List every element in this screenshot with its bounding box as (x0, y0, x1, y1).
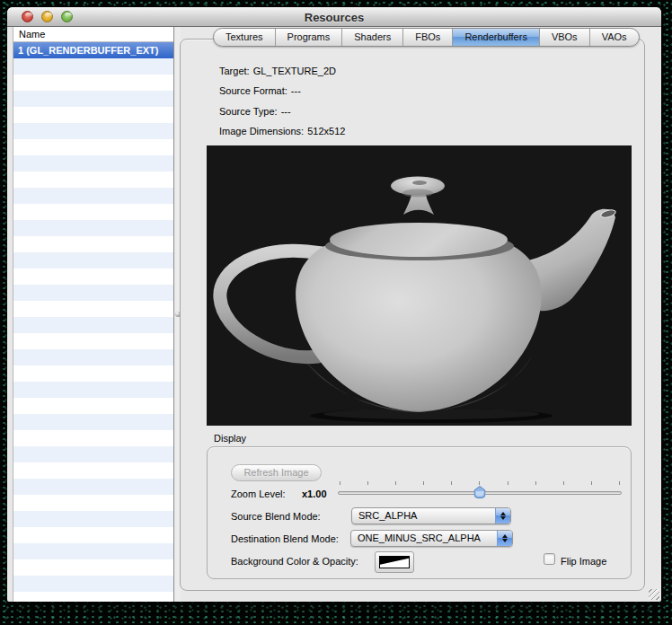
info-source-type: Source Type:--- (219, 106, 291, 117)
tab-programs[interactable]: Programs (275, 29, 342, 46)
info-target: Target:GL_TEXTURE_2D (219, 66, 336, 76)
resource-list-pane: Name 1 (GL_RENDERBUFFER_EXT) (13, 27, 174, 602)
info-image-dimensions: Image Dimensions:512x512 (219, 126, 345, 136)
slider-thumb[interactable] (474, 486, 486, 502)
refresh-image-button[interactable]: Refresh Image (231, 464, 322, 481)
list-item-renderbuffer[interactable]: 1 (GL_RENDERBUFFER_EXT) (13, 42, 173, 58)
info-source-format: Source Format:--- (219, 85, 301, 96)
zoom-slider[interactable] (338, 480, 622, 502)
tab-shaders[interactable]: Shaders (341, 29, 402, 46)
tab-renderbuffers[interactable]: Renderbuffers (452, 29, 539, 46)
flip-image-checkbox[interactable] (544, 553, 555, 565)
source-blend-popup[interactable]: SRC_ALPHA (351, 507, 511, 524)
flip-image-label[interactable]: Flip Image (561, 556, 606, 567)
tab-vbos[interactable]: VBOs (539, 29, 589, 46)
teapot-body (296, 238, 542, 412)
desktop: { "window": { "title": "Resources" }, "s… (0, 0, 672, 625)
destination-blend-label: Destination Blend Mode: (231, 533, 339, 544)
slider-ticks (340, 481, 620, 485)
display-group-label: Display (214, 433, 246, 444)
background-color-well[interactable] (375, 551, 414, 573)
tab-bar: Textures Programs Shaders FBOs Renderbuf… (213, 28, 640, 47)
popup-arrows-icon (495, 508, 510, 524)
window-title: Resources (7, 11, 661, 24)
tab-textures[interactable]: Textures (214, 29, 275, 46)
teapot-render (207, 145, 632, 426)
zoom-level-label: Zoom Level: (231, 489, 286, 499)
color-well-swatch (379, 556, 410, 568)
list-column-header-name[interactable]: Name (13, 27, 173, 42)
tab-vaos[interactable]: VAOs (589, 29, 639, 46)
destination-blend-value: ONE_MINUS_SRC_ALPHA (358, 533, 481, 543)
source-blend-label: Source Blend Mode: (231, 511, 321, 522)
window-titlebar[interactable]: Resources (7, 7, 661, 27)
popup-arrows-icon (497, 531, 512, 546)
resource-list[interactable]: 1 (GL_RENDERBUFFER_EXT) (13, 42, 173, 602)
background-color-label: Background Color & Opacity: (231, 556, 358, 567)
teapot-lid (330, 223, 508, 257)
source-blend-value: SRC_ALPHA (358, 510, 417, 521)
resize-grip[interactable] (649, 589, 659, 600)
tab-fbos[interactable]: FBOs (402, 29, 452, 46)
destination-blend-popup[interactable]: ONE_MINUS_SRC_ALPHA (350, 530, 513, 547)
zoom-level-value: x1.00 (302, 489, 327, 499)
display-group: Refresh Image Zoom Level: x1.00 Source B… (207, 446, 632, 579)
image-preview[interactable] (207, 145, 632, 426)
resources-window: Resources Name 1 (GL_RENDERBUFFER_EXT) T… (7, 7, 661, 602)
